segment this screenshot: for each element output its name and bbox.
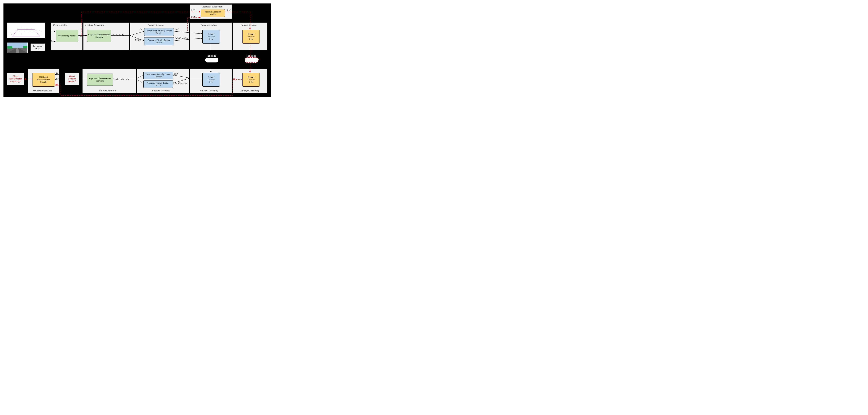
bits2: ■□■□■□ bbox=[247, 55, 256, 57]
result-detection: Object Detection Results D̂ bbox=[65, 73, 79, 85]
title-recon: 3D Reconstruction bbox=[33, 89, 52, 92]
lbl-rfhat: R̂_F bbox=[56, 84, 60, 86]
input-rgb bbox=[7, 42, 28, 53]
svg-point-6 bbox=[22, 31, 22, 31]
title-featan: Feature Analysis bbox=[99, 89, 116, 92]
svg-point-7 bbox=[24, 31, 25, 31]
lbl-f4fhat2: F̂₄^f bbox=[174, 73, 178, 75]
panel-residual: Residual Extraction Residual Extraction … bbox=[190, 4, 232, 19]
svg-point-17 bbox=[18, 34, 19, 34]
box-af-dec: Accuracy-Friendly Feature Decoder bbox=[144, 80, 173, 88]
lbl-dhat: D̂ bbox=[56, 72, 58, 75]
pipeline-diagram: Residual Extraction Residual Extraction … bbox=[3, 3, 271, 97]
panel-recon: 3D Object Reconstruction Module 3D Recon… bbox=[28, 69, 59, 93]
title-ed1: Entropy Decoding bbox=[200, 89, 218, 92]
box-recon: 3D Object Reconstruction Module bbox=[32, 73, 55, 87]
lbl-pv-res: P_V bbox=[191, 9, 195, 12]
bits1: ■□■□■□ bbox=[207, 55, 216, 57]
box-ed1: Entropy Decoder 𝔼𝔻₁ bbox=[203, 73, 220, 87]
panel-featcode: Feature Coding Transmission-Friendly Fea… bbox=[130, 23, 189, 50]
svg-point-15 bbox=[11, 34, 12, 35]
svg-point-24 bbox=[18, 28, 18, 28]
panel-ed1: Entropy Decoder 𝔼𝔻₁ Entropy Decoding bbox=[190, 69, 232, 93]
svg-point-14 bbox=[41, 31, 41, 31]
box-stage2: Stage Two of the Detection Network bbox=[87, 73, 113, 86]
svg-point-8 bbox=[27, 30, 27, 31]
panel-ec1: Entropy Coding Entropy Encoder 𝔼𝔼₁ bbox=[190, 23, 232, 50]
svg-point-18 bbox=[22, 33, 22, 34]
title-featdec: Feature Decoding bbox=[152, 89, 170, 92]
svg-point-4 bbox=[17, 31, 17, 31]
box-preproc: Preprocessing Module bbox=[56, 30, 78, 42]
lbl-rfhat2: R̂_F bbox=[233, 78, 237, 81]
cloud-channel1 bbox=[205, 57, 219, 63]
svg-point-26 bbox=[24, 28, 25, 28]
title-featcode: Feature Coding bbox=[148, 24, 163, 27]
lbl-rf-res: R_F bbox=[227, 9, 231, 12]
title-ec1: Entropy Coding bbox=[201, 24, 217, 27]
lbl-f4fhat: F̂₄^f bbox=[56, 78, 60, 80]
lbl-f4-in: F₄ bbox=[140, 28, 142, 30]
svg-point-20 bbox=[28, 33, 29, 33]
lbl-pv: P_V bbox=[79, 34, 83, 37]
title-ec2: Entropy Coding bbox=[241, 24, 256, 27]
box-af-enc: Accuracy-Friendly Feature Encoder bbox=[144, 37, 174, 45]
lbl-pc: P_C bbox=[48, 30, 52, 32]
box-tf-dec: Transmission-Friendly Feature Decoder bbox=[144, 72, 173, 79]
svg-rect-34 bbox=[7, 46, 12, 49]
panel-featdec: Transmission-Friendly Feature Decoder Ac… bbox=[137, 69, 189, 93]
svg-point-16 bbox=[15, 34, 15, 34]
title-featex: Feature Extraction bbox=[85, 24, 104, 27]
panel-ec2: Entropy Coding Entropy Encoder 𝔼𝔼₂ bbox=[232, 23, 267, 50]
panel-preproc: Preprocessing Preprocessing Module bbox=[51, 23, 83, 50]
svg-rect-35 bbox=[23, 45, 27, 48]
svg-point-1 bbox=[10, 33, 11, 33]
svg-point-11 bbox=[34, 31, 35, 31]
lbl-f4f-res: F̂₄^f bbox=[191, 15, 195, 18]
panel-featex: Feature Extraction Stage One of the Dete… bbox=[83, 23, 129, 50]
lbl-f1234: F₁, F₂, F₃, F₄ bbox=[113, 34, 124, 36]
box-ee1: Entropy Encoder 𝔼𝔼₁ bbox=[203, 30, 220, 43]
result-reconstruction: Object Reconstruction Results O_D bbox=[7, 73, 24, 85]
lbl-f3d: F₃d₁, F₃d₂, F₃d₃ bbox=[115, 78, 129, 81]
box-ee2: Entropy Encoder 𝔼𝔼₂ bbox=[242, 30, 260, 43]
title-residual: Residual Extraction bbox=[203, 5, 222, 8]
lbl-fafhat: F̂₄^f, F̂₃^a, F̂₄^a bbox=[173, 82, 187, 85]
panel-featan: Stage Two of the Detection Network Featu… bbox=[83, 69, 136, 93]
cloud-channel2 bbox=[245, 57, 259, 63]
title-ed2: Entropy Decoding bbox=[241, 89, 259, 92]
box-ed2: Entropy Decoder 𝔼𝔻₁ bbox=[242, 73, 260, 87]
box-tf-enc: Transmission-Friendly Feature Encoder bbox=[144, 28, 174, 36]
panel-ed2: Entropy Decoder 𝔼𝔻₁ Entropy Decoding bbox=[232, 69, 267, 93]
lbl-pg: P_G bbox=[48, 40, 52, 42]
lbl-f4f-out: F₄^f bbox=[175, 28, 178, 31]
lbl-faf-out: F₄^f, F₃^a, F₄^a bbox=[175, 37, 189, 39]
svg-point-28 bbox=[31, 28, 31, 29]
input-pointcloud bbox=[7, 23, 45, 38]
box-residual: Residual Extraction Module bbox=[201, 9, 225, 17]
box-stage1: Stage One of the Detection Network bbox=[87, 30, 111, 42]
lbl-f34-in: F₃, F₄ bbox=[135, 39, 141, 41]
title-preproc: Preprocessing bbox=[53, 24, 67, 27]
box-penet: Pre-trained PENet bbox=[30, 43, 45, 51]
